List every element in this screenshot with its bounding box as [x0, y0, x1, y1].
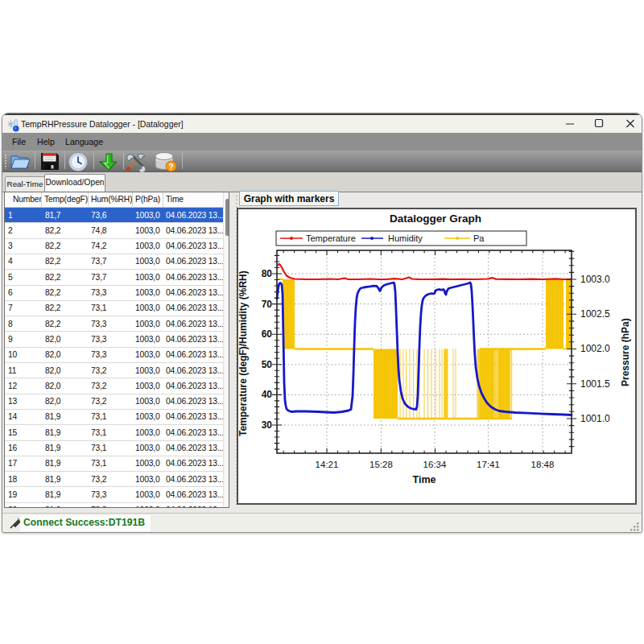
- svg-text:16:34: 16:34: [423, 460, 447, 469]
- svg-text:Pressure (hPa): Pressure (hPa): [620, 318, 631, 386]
- svg-text:Temperature (degF)/Humidity (%: Temperature (degF)/Humidity (%RH): [237, 270, 249, 436]
- svg-text:18:48: 18:48: [531, 460, 555, 469]
- svg-text:Pa: Pa: [473, 233, 485, 243]
- svg-text:1002.5: 1002.5: [580, 308, 610, 320]
- svg-text:14:21: 14:21: [316, 460, 339, 469]
- svg-text:1001.0: 1001.0: [580, 413, 610, 424]
- svg-text:1003.0: 1003.0: [580, 274, 610, 285]
- svg-text:70: 70: [262, 299, 273, 310]
- svg-text:60: 60: [262, 328, 273, 340]
- svg-text:17:41: 17:41: [477, 460, 500, 469]
- svg-text:Humidity: Humidity: [388, 233, 423, 243]
- svg-text:15:28: 15:28: [369, 460, 393, 469]
- svg-text:1002.0: 1002.0: [580, 343, 610, 354]
- svg-text:Datalogger Graph: Datalogger Graph: [390, 213, 481, 225]
- svg-text:50: 50: [262, 359, 273, 370]
- svg-text:?: ?: [168, 162, 173, 171]
- svg-text:30: 30: [262, 419, 273, 431]
- svg-text:80: 80: [262, 268, 273, 279]
- svg-text:Temperature: Temperature: [306, 233, 356, 243]
- svg-text:40: 40: [262, 389, 273, 400]
- svg-text:1001.5: 1001.5: [580, 378, 610, 390]
- svg-text:Time: Time: [413, 474, 436, 485]
